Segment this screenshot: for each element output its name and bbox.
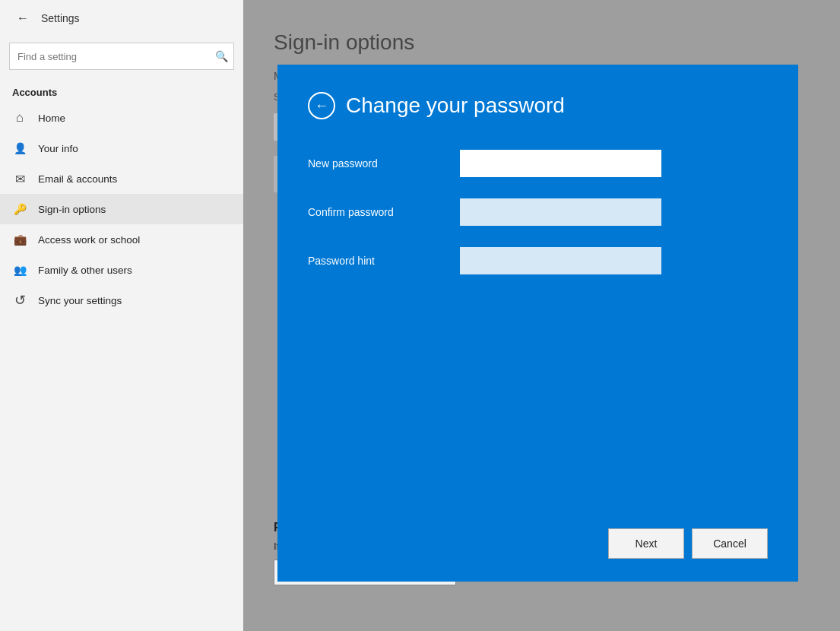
- accounts-section-label: Accounts: [0, 76, 243, 103]
- home-icon: [12, 110, 27, 125]
- modal-back-button[interactable]: ←: [308, 92, 335, 119]
- sidebar-item-sign-in-options[interactable]: Sign-in options: [0, 194, 243, 224]
- work-icon: [12, 232, 27, 247]
- sidebar-item-email-accounts[interactable]: Email & accounts: [0, 163, 243, 194]
- confirm-password-input[interactable]: [460, 198, 661, 226]
- password-hint-label: Password hint: [308, 255, 460, 267]
- new-password-input[interactable]: [460, 150, 661, 177]
- change-password-modal: ← Change your password New password Conf…: [277, 65, 798, 582]
- sidebar-item-email-accounts-label: Email & accounts: [38, 173, 117, 185]
- search-input[interactable]: [9, 43, 234, 70]
- sync-icon: [12, 293, 27, 308]
- app-title: Settings: [41, 12, 80, 24]
- next-button[interactable]: Next: [608, 528, 684, 559]
- sidebar-item-family-users-label: Family & other users: [38, 265, 132, 276]
- sidebar-item-family-users[interactable]: Family & other users: [0, 255, 243, 285]
- sidebar-header: ← Settings: [0, 0, 243, 36]
- sidebar-item-your-info[interactable]: Your info: [0, 133, 243, 163]
- new-password-label: New password: [308, 157, 460, 170]
- sidebar-item-access-work-label: Access work or school: [38, 234, 140, 246]
- back-icon: ←: [17, 11, 29, 25]
- sidebar: ← Settings 🔍 Accounts Home Your info Ema…: [0, 0, 243, 631]
- password-hint-input[interactable]: [460, 247, 661, 274]
- search-icon: 🔍: [215, 50, 228, 62]
- sidebar-item-sign-in-label: Sign-in options: [38, 204, 106, 215]
- modal-footer: Next Cancel: [308, 513, 768, 559]
- search-box-container: 🔍: [9, 43, 234, 70]
- sidebar-item-home[interactable]: Home: [0, 103, 243, 133]
- user-icon: [12, 141, 27, 156]
- modal-title: Change your password: [346, 94, 565, 118]
- confirm-password-label: Confirm password: [308, 206, 460, 218]
- cancel-button[interactable]: Cancel: [692, 528, 768, 559]
- sidebar-item-sync-settings-label: Sync your settings: [38, 295, 122, 306]
- sidebar-item-sync-settings[interactable]: Sync your settings: [0, 285, 243, 316]
- back-button[interactable]: ←: [12, 8, 33, 29]
- modal-back-icon: ←: [315, 98, 328, 114]
- confirm-password-group: Confirm password: [308, 198, 768, 226]
- main-content-area: Sign-in options Manage how you sign in t…: [243, 0, 840, 631]
- sidebar-item-access-work[interactable]: Access work or school: [0, 224, 243, 255]
- family-icon: [12, 262, 27, 277]
- new-password-group: New password: [308, 150, 768, 177]
- modal-header: ← Change your password: [308, 92, 768, 119]
- sidebar-item-home-label: Home: [38, 113, 65, 124]
- modal-overlay: ← Change your password New password Conf…: [243, 0, 840, 631]
- sidebar-nav: Home Your info Email & accounts Sign-in …: [0, 103, 243, 316]
- signin-icon: [12, 201, 27, 217]
- sidebar-item-your-info-label: Your info: [38, 143, 78, 154]
- email-icon: [12, 171, 27, 186]
- password-hint-group: Password hint: [308, 247, 768, 274]
